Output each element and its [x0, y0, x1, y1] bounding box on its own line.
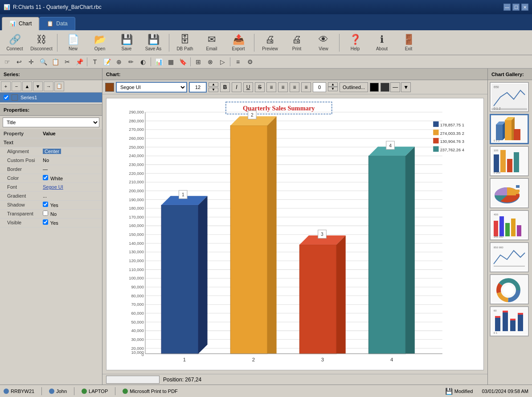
save-button[interactable]: 💾 Save — [114, 32, 139, 54]
x-label-3: 3 — [321, 357, 324, 362]
prop-font-value: Segoe UI — [40, 182, 102, 191]
help-button[interactable]: ❓ Help — [342, 32, 368, 54]
remove-series-button[interactable]: − — [12, 81, 21, 91]
saveas-button[interactable]: 💾 Save As — [140, 32, 166, 54]
align-justify-button[interactable]: ≡ — [301, 82, 311, 92]
bar-2[interactable] — [230, 126, 267, 354]
table-tool[interactable]: ▦ — [165, 57, 176, 67]
undo-button[interactable]: ↩ — [14, 57, 25, 67]
line-style-button[interactable]: — — [390, 82, 400, 92]
gallery-item-line2d[interactable]: 850 900 — [490, 242, 529, 272]
zoom-tool[interactable]: 🔍 — [38, 57, 49, 67]
color-checkbox[interactable] — [43, 175, 48, 180]
text-color-swatch[interactable] — [370, 83, 379, 92]
circle-tool[interactable]: ⊕ — [114, 57, 124, 67]
dbpath-button[interactable]: 🗄 DB Path — [172, 32, 198, 54]
stop-tool[interactable]: ⊗ — [205, 57, 216, 67]
note-tool[interactable]: 📝 — [102, 57, 112, 67]
outline-button[interactable]: Outlined... — [340, 82, 368, 92]
import-series-button[interactable]: → — [44, 81, 53, 91]
gallery-item-bar3d1[interactable]: 0 1 2 — [490, 114, 529, 144]
move-tool[interactable]: ✛ — [26, 57, 37, 67]
font-size-input[interactable] — [189, 82, 207, 93]
about-button[interactable]: ℹ About — [369, 32, 395, 54]
tab-chart[interactable]: 📊 Chart — [2, 17, 39, 30]
add-series-button[interactable]: + — [1, 81, 11, 91]
cut-tool[interactable]: ✂ — [62, 57, 73, 67]
paste-tool[interactable]: 📌 — [74, 57, 85, 67]
save-icon: 💾 — [121, 34, 133, 45]
gallery-scroll[interactable]: 650 0 1 2 0 1 2 — [488, 80, 532, 385]
svg-rect-67 — [433, 138, 438, 143]
text-tool[interactable]: T — [90, 57, 100, 67]
print-button[interactable]: 🖨 Print — [284, 32, 310, 54]
property-category-dropdown[interactable]: Title — [3, 117, 99, 127]
up-series-button[interactable]: ▲ — [22, 81, 32, 91]
left-panel: Series: + − ▲ ▼ → 📋 Series1 Properties: … — [0, 69, 102, 385]
grid-tool[interactable]: ⊞ — [193, 57, 204, 67]
bar-chart-tool[interactable]: 📊 — [153, 57, 164, 67]
gallery-item-bar2d[interactable]: 60 0 1 — [490, 306, 529, 336]
svg-text:230,000: 230,000 — [129, 162, 144, 167]
font-size-up[interactable]: ▲ — [209, 82, 218, 87]
toolbar-sep-2 — [169, 34, 169, 52]
copy-tool[interactable]: 📋 — [50, 57, 61, 67]
open-button[interactable]: 📂 Open — [87, 32, 113, 54]
bar-1[interactable] — [161, 205, 198, 354]
rotation-up[interactable]: ▲ — [328, 82, 338, 87]
connect-button[interactable]: 🔗 Connect — [2, 32, 28, 54]
down-series-button[interactable]: ▼ — [33, 81, 43, 91]
svg-rect-79 — [505, 120, 512, 140]
line-color-swatch[interactable] — [381, 83, 389, 92]
align-left-button[interactable]: ≡ — [266, 82, 276, 92]
settings-tool[interactable]: ⚙ — [245, 57, 255, 67]
tab-data-label: Data — [56, 20, 67, 27]
pen-tool[interactable]: ✏ — [126, 57, 136, 67]
font-color-swatch[interactable] — [105, 83, 114, 92]
gallery-item-bar3d2[interactable]: 100 0 200 — [490, 146, 529, 176]
series-checkbox[interactable] — [4, 95, 9, 100]
tab-data[interactable]: 📋 Data — [39, 17, 75, 30]
highlight-tool[interactable]: ◐ — [138, 57, 148, 67]
bar-3[interactable] — [299, 245, 336, 354]
new-button[interactable]: 📄 New — [60, 32, 86, 54]
layer-tool[interactable]: ≡ — [233, 57, 243, 67]
series-header: Series: — [0, 69, 102, 80]
italic-button[interactable]: I — [232, 82, 241, 92]
bookmark-tool[interactable]: 🔖 — [177, 57, 188, 67]
gallery-item-donut[interactable] — [490, 274, 529, 304]
rotation-down[interactable]: ▼ — [328, 87, 338, 91]
gallery-item-line3d[interactable]: 650 0 1 2 — [490, 82, 529, 112]
gallery-item-barcolor[interactable]: 400 340 350 — [490, 210, 529, 240]
bar-4[interactable] — [368, 156, 405, 354]
align-center-button[interactable]: ≡ — [278, 82, 288, 92]
maximize-button[interactable]: ☐ — [512, 4, 520, 11]
exit-button[interactable]: 🚪 Exit — [396, 32, 422, 54]
preview-button[interactable]: 🖨 Preview — [257, 32, 283, 54]
strikethrough-button[interactable]: S — [255, 82, 265, 92]
prop-alignment-value[interactable]: Center — [40, 147, 102, 156]
align-right-button[interactable]: ≡ — [290, 82, 299, 92]
email-button[interactable]: ✉ Email — [199, 32, 225, 54]
transparent-checkbox[interactable] — [43, 211, 48, 216]
scroll-position[interactable] — [106, 376, 160, 384]
connect-label: Connect — [6, 46, 23, 51]
disconnect-button[interactable]: ⛓ Disconnect — [29, 32, 54, 54]
export-button[interactable]: 📤 Export — [225, 32, 251, 54]
shadow-checkbox[interactable] — [43, 202, 48, 207]
rotation-input[interactable] — [313, 82, 326, 92]
underline-button[interactable]: U — [243, 82, 253, 92]
pointer-tool[interactable]: ☞ — [2, 57, 12, 67]
close-button[interactable]: ✕ — [521, 4, 528, 11]
font-name-select[interactable]: Segoe UI — [116, 82, 187, 93]
view-button[interactable]: 👁 View — [311, 32, 336, 54]
play-tool[interactable]: ▷ — [217, 57, 228, 67]
gallery-item-pie3d[interactable] — [490, 178, 529, 208]
font-size-down[interactable]: ▼ — [209, 88, 218, 92]
minimize-button[interactable]: — — [503, 4, 511, 11]
visible-checkbox[interactable] — [43, 219, 48, 225]
series-item[interactable]: Series1 — [0, 93, 102, 102]
line-style-dropdown[interactable]: ▼ — [401, 82, 411, 92]
export-series-button[interactable]: 📋 — [54, 81, 64, 91]
bold-button[interactable]: B — [220, 82, 230, 92]
